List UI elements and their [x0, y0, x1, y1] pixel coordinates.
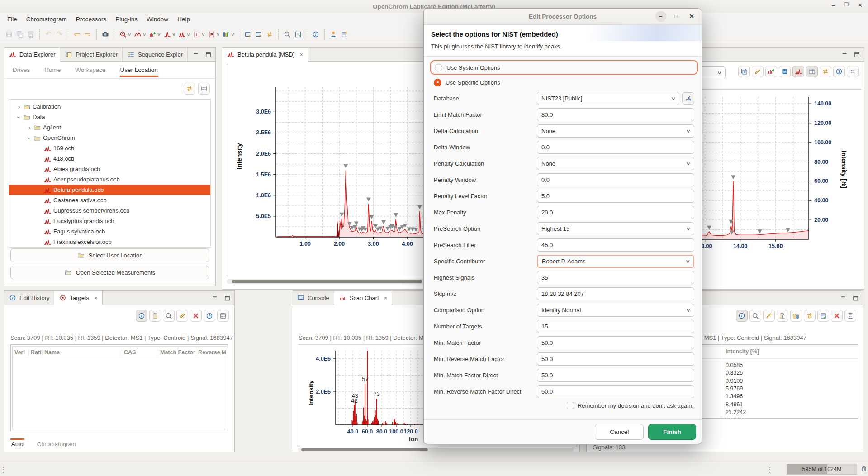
column-header-match-factor[interactable]: Match Factor [158, 349, 196, 356]
delete-button[interactable] [190, 310, 202, 322]
tree-item-calibration[interactable]: ›Calibration [9, 101, 210, 112]
letter-i-button[interactable]: I∨ [191, 29, 206, 39]
column-header-veri[interactable]: Veri [13, 349, 29, 356]
chevron-down-icon[interactable]: ∨ [671, 96, 676, 101]
input-penalty-level-factor[interactable]: 5.0 [537, 190, 694, 203]
edit-button[interactable] [763, 310, 775, 322]
question-button[interactable]: ? [833, 66, 845, 77]
menu-chromatogram[interactable]: Chromatogram [22, 14, 71, 24]
cancel-button[interactable]: Cancel [595, 424, 644, 440]
chevron-down-icon[interactable]: ∨ [128, 32, 132, 37]
menu-help[interactable]: Help [173, 14, 194, 24]
editor-tab-betula-pendula-msd-[interactable]: Betula pendula [MSD]× [222, 48, 308, 62]
select-user-location-button[interactable]: Select User Location [10, 248, 209, 262]
panel-minimize-icon[interactable] [193, 51, 199, 58]
input-number-of-targets[interactable]: 15 [537, 320, 694, 333]
tree-item-fraxinus-excelsior-ocb[interactable]: Fraxinus excelsior.ocb [9, 237, 210, 247]
panel-maximize-icon[interactable] [224, 295, 231, 301]
swap-button[interactable] [820, 66, 831, 77]
bottom-tab-chromatogram[interactable]: Chromatogram [36, 439, 77, 449]
info-button[interactable]: i [136, 310, 147, 322]
tree-item-data[interactable]: ›Data [9, 112, 210, 122]
trash-icon[interactable] [860, 465, 868, 473]
column-header-reverse-match[interactable]: Reverse Match [196, 349, 226, 356]
database-browse-button[interactable] [682, 92, 694, 105]
window-close-button[interactable]: ✕ [858, 2, 863, 9]
chevron-down-icon[interactable]: ∨ [186, 32, 190, 37]
collapse-expander-icon[interactable]: › [26, 134, 33, 142]
chevron-down-icon[interactable]: ∨ [171, 32, 175, 37]
save-check-button[interactable] [817, 310, 829, 322]
props-button[interactable] [217, 310, 229, 322]
library-button[interactable]: ∨ [221, 29, 236, 39]
ms-window-button[interactable]: M [779, 66, 791, 77]
scrollbar-thumb[interactable] [232, 280, 422, 283]
targets-tab-targets[interactable]: Targets× [54, 291, 102, 305]
panel-maximize-icon[interactable] [854, 51, 860, 58]
tree-item-castanea-sativa-ocb[interactable]: Castanea sativa.ocb [9, 195, 210, 205]
dialog-close-button[interactable]: ✕ [686, 11, 697, 22]
tree-item-fagus-sylvatica-ocb[interactable]: Fagus sylvatica.ocb [9, 226, 210, 237]
delete-button[interactable] [831, 310, 843, 322]
chevron-down-icon[interactable]: ∨ [685, 259, 690, 264]
input-min-reverse-match-factor[interactable]: 50.0 [537, 352, 694, 366]
baseline-button[interactable]: ∨ [133, 29, 147, 39]
peak-button[interactable]: ∨ [162, 29, 177, 39]
input-highest-signals[interactable]: 35 [537, 271, 694, 284]
user-button[interactable] [328, 29, 339, 39]
tree-item-cupressus-sempervirens-ocb[interactable]: Cupressus sempervirens.ocb [9, 205, 210, 216]
chevron-down-icon[interactable]: ∨ [686, 226, 691, 231]
info-button[interactable]: i [310, 29, 321, 39]
column-header-rati[interactable]: Rati [29, 349, 43, 356]
garbage-collect-icon[interactable] [860, 465, 868, 474]
scrollbar-thumb[interactable] [301, 448, 428, 451]
tab-close-icon[interactable]: × [384, 295, 388, 301]
combo-presearch-option[interactable]: Highest 15∨ [537, 222, 694, 235]
chevron-down-icon[interactable]: ∨ [686, 308, 691, 313]
panel-maximize-icon[interactable] [205, 51, 212, 58]
chevron-down-icon[interactable]: ∨ [201, 32, 205, 37]
expand-expander-icon[interactable]: › [15, 103, 23, 110]
chevron-down-icon[interactable]: ∨ [216, 32, 220, 37]
edit-button[interactable] [752, 66, 764, 77]
chevron-down-icon[interactable]: ∨ [157, 32, 161, 37]
tree-item-acer-pseudoplatanus-ocb[interactable]: Acer pseudoplatanus.ocb [9, 174, 210, 185]
letter-e-button[interactable]: E∨ [206, 29, 221, 39]
collapse-expander-icon[interactable]: › [15, 114, 23, 121]
heap-status-button[interactable]: 595M of 1024M [787, 464, 857, 475]
combo-comparison-option[interactable]: Identity Normal∨ [537, 304, 694, 317]
forward-button[interactable]: ⇨ [82, 29, 93, 39]
chevron-down-icon[interactable]: ∨ [686, 161, 691, 166]
tree-item-agilent[interactable]: ›Agilent [9, 122, 210, 133]
peaks-add-button[interactable]: ∨ [147, 29, 162, 39]
explorer-tab-data-explorer[interactable]: Data Explorer [4, 48, 60, 62]
paste-button[interactable] [777, 310, 788, 322]
panel-minimize-icon[interactable] [212, 295, 218, 301]
tree-item-betula-pendula-ocb[interactable]: Betula pendula.ocb [9, 185, 210, 195]
swap-button[interactable] [264, 29, 275, 39]
props-button[interactable] [847, 66, 859, 77]
search-button[interactable] [749, 310, 761, 322]
question-button[interactable]: ? [204, 310, 215, 322]
menu-window[interactable]: Window [142, 14, 173, 24]
prefs-button[interactable] [293, 29, 304, 39]
explorer-tab-sequence-explor[interactable]: Sequence Explor [123, 48, 188, 61]
web-folder-button[interactable] [790, 310, 802, 322]
combo-delta-calculation[interactable]: None∨ [537, 124, 694, 138]
menu-plugins[interactable]: Plug-ins [111, 14, 142, 24]
combo-specific-contributor[interactable]: Robert P. Adams∨ [537, 255, 694, 268]
subtab-workspace[interactable]: Workspace [75, 63, 106, 77]
search-button[interactable] [163, 310, 175, 322]
chevron-down-icon[interactable]: ∨ [142, 32, 146, 37]
panel-maximize-icon[interactable] [852, 295, 859, 301]
window-restore-button[interactable]: ❐ [844, 2, 849, 9]
input-limit-match-factor[interactable]: 80.0 [537, 108, 694, 121]
table-button[interactable] [806, 66, 818, 77]
column-header-cas[interactable]: CAS [122, 349, 158, 356]
back-button[interactable]: ⇦ [71, 29, 82, 39]
menu-processors[interactable]: Processors [71, 14, 111, 24]
camera-button[interactable] [100, 29, 111, 39]
panel-minimize-icon[interactable] [840, 295, 847, 301]
input-min-reverse-match-factor-direct[interactable]: 50.0 [537, 385, 694, 398]
zoom-chrom-button[interactable]: ∨ [118, 29, 133, 39]
